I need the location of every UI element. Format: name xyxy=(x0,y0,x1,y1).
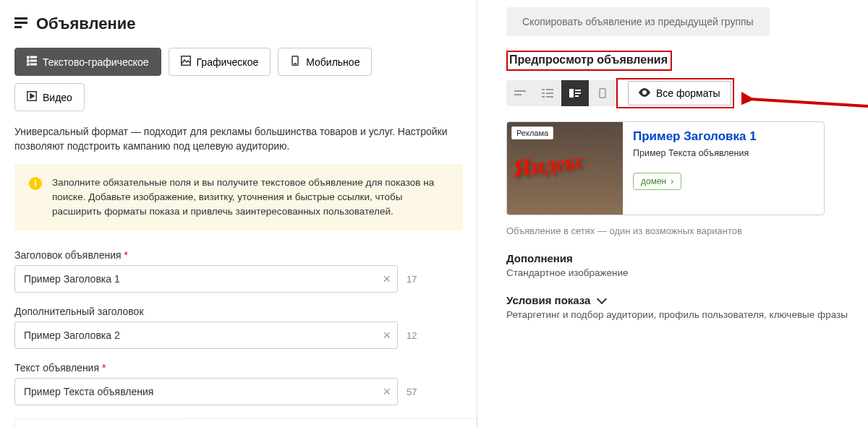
adtext-input[interactable] xyxy=(14,378,398,405)
ad-thumbnail: Реклама Яндекс xyxy=(507,122,623,215)
subheadline-input[interactable] xyxy=(14,322,398,349)
svg-rect-26 xyxy=(600,89,605,98)
tab-text-graphic[interactable]: Текстово-графическое xyxy=(14,48,161,76)
extensions-line: Стандартное изображение xyxy=(506,267,868,278)
format-card[interactable] xyxy=(561,80,589,106)
tab-label: Текстово-графическое xyxy=(43,56,149,68)
domain-label: домен xyxy=(641,176,666,186)
ad-tag: Реклама xyxy=(511,126,553,139)
clear-icon[interactable]: × xyxy=(383,385,391,398)
adtext-counter: 57 xyxy=(407,387,417,397)
eye-icon xyxy=(639,87,650,99)
clear-icon[interactable]: × xyxy=(383,272,391,285)
clear-icon[interactable]: × xyxy=(383,329,391,342)
ad-preview-card: Реклама Яндекс Пример Заголовка 1 Пример… xyxy=(506,121,825,215)
tab-label: Графическое xyxy=(197,56,259,68)
tab-graphic[interactable]: Графическое xyxy=(169,48,271,76)
tab-label: Видео xyxy=(43,92,72,103)
preview-title: Предпросмотр объявления xyxy=(506,51,672,71)
adtext-label: Текст объявления xyxy=(14,362,477,374)
format-title-only[interactable] xyxy=(506,80,534,106)
conditions-title[interactable]: Условия показа xyxy=(506,294,868,306)
subheadline-label: Дополнительный заголовок xyxy=(14,306,477,317)
svg-rect-17 xyxy=(546,89,553,90)
headline-input[interactable] xyxy=(14,265,398,293)
conditions-line: Ретаргетинг и подбор аудитории, профиль … xyxy=(506,309,868,320)
format-mobile[interactable] xyxy=(589,80,616,106)
media-section: Изображения и видео показы в рекламных с… xyxy=(14,418,477,427)
svg-rect-0 xyxy=(14,17,27,20)
svg-rect-8 xyxy=(30,64,37,65)
headline-counter: 17 xyxy=(407,274,417,285)
ad-preview-text: Пример Текста объявления xyxy=(633,148,814,158)
play-icon xyxy=(27,91,37,103)
svg-rect-24 xyxy=(575,92,581,94)
svg-rect-1 xyxy=(14,22,27,24)
svg-rect-15 xyxy=(514,94,522,95)
page-title: Объявление xyxy=(36,14,136,33)
svg-marker-13 xyxy=(30,94,34,98)
svg-rect-4 xyxy=(30,56,37,58)
ad-preview-title: Пример Заголовка 1 xyxy=(633,129,814,144)
svg-rect-19 xyxy=(546,92,553,94)
svg-rect-21 xyxy=(546,96,553,98)
tab-mobile[interactable]: Мобильное xyxy=(278,48,372,76)
yandex-logo-icon: Яндекс xyxy=(513,148,584,183)
chevron-down-icon xyxy=(594,294,605,306)
reorder-icon xyxy=(14,17,27,31)
ad-domain-button[interactable]: домен › xyxy=(633,173,681,190)
svg-rect-25 xyxy=(575,95,579,97)
svg-rect-5 xyxy=(27,60,29,62)
preview-format-group xyxy=(506,80,616,106)
tab-video[interactable]: Видео xyxy=(14,83,85,111)
info-icon: i xyxy=(29,177,42,190)
svg-rect-16 xyxy=(542,89,545,90)
all-formats-button[interactable]: Все форматы xyxy=(628,81,731,105)
copy-ad-button[interactable]: Скопировать объявление из предыдущей гру… xyxy=(506,7,770,36)
svg-rect-6 xyxy=(30,60,37,61)
svg-line-28 xyxy=(749,99,868,106)
all-formats-label: Все форматы xyxy=(656,87,720,99)
infobox: i Заполните обязательные поля и вы получ… xyxy=(14,164,463,231)
svg-rect-3 xyxy=(27,56,29,59)
svg-rect-18 xyxy=(542,92,545,94)
extensions-title: Дополнения xyxy=(506,252,868,264)
headline-label: Заголовок объявления xyxy=(14,249,477,261)
format-list[interactable] xyxy=(534,80,561,106)
svg-rect-2 xyxy=(14,26,22,28)
format-description: Универсальный формат — подходит для рекл… xyxy=(14,124,448,154)
image-icon xyxy=(181,56,191,68)
svg-rect-14 xyxy=(514,90,526,92)
tab-label: Мобильное xyxy=(306,56,359,68)
subheadline-counter: 12 xyxy=(407,330,417,341)
list-icon xyxy=(27,56,37,68)
mobile-icon xyxy=(290,56,300,68)
preview-note: Объявление в сетях — один из возможных в… xyxy=(506,225,868,236)
svg-rect-23 xyxy=(575,90,581,91)
svg-rect-7 xyxy=(27,64,29,66)
chevron-right-icon: › xyxy=(671,176,673,186)
infobox-text: Заполните обязательные поля и вы получит… xyxy=(52,176,448,220)
svg-rect-20 xyxy=(542,96,545,98)
svg-rect-22 xyxy=(569,89,574,98)
